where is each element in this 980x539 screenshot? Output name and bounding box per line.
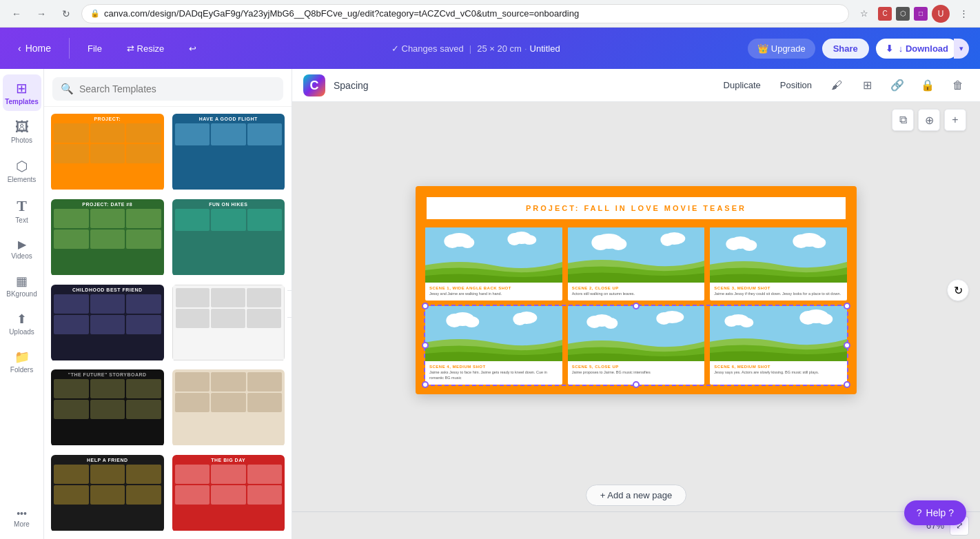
grid-button[interactable]: ⊞ (856, 74, 878, 96)
template-card-3[interactable]: PROJECT: DATE #8 (50, 198, 165, 278)
sidebar-item-videos[interactable]: ▶ Videos (3, 232, 41, 265)
home-button[interactable]: ‹ Home (11, 39, 58, 58)
address-bar[interactable]: 🔒 canva.com/design/DADqEyGaF9g/Ya23yjMbG… (81, 4, 849, 23)
upgrade-button[interactable]: 👑 Upgrade (748, 39, 815, 59)
delete-button[interactable]: 🗑 (947, 74, 969, 96)
position-button[interactable]: Position (775, 77, 817, 94)
undo-button[interactable]: ↩ (182, 39, 203, 58)
scene-info-6: SCENE 6, MEDIUM SHOT Jessy says yes. Act… (710, 361, 847, 379)
share-label: Share (833, 43, 858, 54)
template-card-6[interactable] (171, 283, 287, 363)
help-button[interactable]: ? Help ? (904, 500, 966, 525)
dot-sep: · (524, 43, 527, 54)
scene-image-5 (568, 306, 705, 361)
tmpl-title-4: FUN ON HIKES (175, 202, 283, 207)
svg-point-8 (522, 235, 536, 245)
extension-icon-1: C (878, 7, 892, 21)
forward-button[interactable]: → (32, 4, 51, 23)
copy-button[interactable]: ⊕ (918, 109, 940, 131)
scene-cell-6[interactable]: SCENE 6, MEDIUM SHOT Jessy says yes. Act… (710, 306, 847, 384)
star-button[interactable]: ☆ (855, 4, 874, 23)
back-button[interactable]: ← (7, 4, 26, 23)
paint-icon: 🖌 (831, 79, 842, 92)
scene-cell-2[interactable]: SCENE 2, CLOSE UP Actors still walking o… (568, 227, 705, 301)
sidebar-item-uploads[interactable]: ⬆ Uploads (3, 306, 41, 341)
scene-image-3 (710, 227, 847, 283)
elements-icon: ⬡ (16, 158, 28, 174)
resize-label: ⇄ Resize (127, 43, 164, 54)
scene-cell-3[interactable]: SCENE 3, MEDIUM SHOT Jaime asks Jessy if… (710, 227, 847, 301)
left-sidebar: ⊞ Templates 🖼 Photos ⬡ Elements T Text ▶… (0, 69, 44, 539)
share-button[interactable]: Share (822, 39, 869, 59)
template-card-7[interactable]: "THE FUTURE" STORYBOARD (50, 368, 165, 448)
scene-cell-5[interactable]: SCENE 5, CLOSE UP Jaime proposes to Jaim… (568, 306, 705, 384)
template-card-2[interactable]: HAVE A GOOD FLIGHT (171, 112, 287, 192)
canvas-workspace[interactable]: PROJECT: FALL IN LOVE MOVIE TEASER (292, 102, 980, 478)
template-card-9[interactable]: HELP A FRIEND (50, 454, 165, 533)
home-label: Home (25, 43, 51, 54)
scene-info-4: SCENE 4, MEDIUM SHOT Jaime asks Jessy to… (425, 361, 562, 384)
photos-icon: 🖼 (15, 119, 29, 135)
refresh-button[interactable]: ↻ (57, 4, 76, 23)
tmpl-title-3: PROJECT: DATE #8 (54, 202, 161, 207)
browser-bar: ← → ↻ 🔒 canva.com/design/DADqEyGaF9g/Ya2… (0, 0, 980, 28)
duplicate-icon-button[interactable]: ⧉ (892, 109, 914, 131)
scene-title-2: SCENE 2, CLOSE UP (572, 286, 701, 290)
main-layout: ⊞ Templates 🖼 Photos ⬡ Elements T Text ▶… (0, 69, 980, 539)
download-button[interactable]: ⬇ ↓ Download (876, 39, 958, 59)
template-card-4[interactable]: FUN ON HIKES (171, 198, 287, 278)
folders-label: Folders (10, 366, 33, 374)
resize-button[interactable]: ⇄ Resize (120, 39, 171, 58)
add-page-button[interactable]: + Add a new page (586, 485, 686, 506)
svg-point-7 (507, 233, 521, 245)
link-icon: 🔗 (890, 79, 904, 92)
sidebar-item-photos[interactable]: 🖼 Photos (3, 114, 41, 150)
scene-info-1: SCENE 1, WIDE ANGLE BACK SHOT Jessy and … (425, 283, 562, 301)
lock-button[interactable]: 🔒 (917, 74, 939, 96)
svg-point-20 (793, 234, 810, 248)
add-page-label: + Add a new page (600, 490, 672, 500)
uploads-label: Uploads (9, 328, 34, 336)
scene-cell-1[interactable]: SCENE 1, WIDE ANGLE BACK SHOT Jessy and … (425, 227, 562, 301)
template-card-5[interactable]: CHILDHOOD BEST FRIEND (50, 283, 165, 363)
bottom-bar: 67% ⤢ (292, 511, 980, 539)
trash-icon: 🗑 (952, 79, 963, 92)
svg-point-33 (656, 312, 671, 325)
sidebar-item-folders[interactable]: 📁 Folders (3, 344, 41, 379)
divider-1 (69, 38, 70, 59)
add-button[interactable]: + (944, 109, 966, 131)
sidebar-item-templates[interactable]: ⊞ Templates (3, 74, 41, 111)
file-label: File (88, 43, 102, 54)
file-button[interactable]: File (81, 39, 109, 58)
help-label: Help ? (926, 507, 954, 518)
sidebar-item-text[interactable]: T Text (3, 192, 41, 230)
template-card-8[interactable] (171, 368, 287, 448)
download-group: ⬇ ↓ Download ▾ (876, 39, 969, 59)
menu-button[interactable]: ⋮ (954, 4, 973, 23)
profile-avatar[interactable]: U (932, 5, 950, 23)
sidebar-item-more[interactable]: ••• More (3, 502, 41, 533)
template-card-1[interactable]: PROJECT: (50, 112, 165, 192)
extension-icon-2: ⬡ (896, 7, 910, 21)
storyboard-design: PROJECT: FALL IN LOVE MOVIE TEASER (416, 186, 857, 394)
rotate-handle[interactable]: ↻ (947, 279, 969, 301)
download-chevron-button[interactable]: ▾ (954, 39, 969, 59)
svg-point-5 (460, 237, 474, 248)
svg-text:C: C (310, 79, 319, 92)
search-input[interactable] (79, 83, 275, 94)
svg-point-25 (464, 316, 479, 327)
template-card-10[interactable]: THE BIG DAY (171, 454, 287, 533)
collapse-panel-button[interactable]: ‹ (287, 290, 292, 318)
sidebar-item-background[interactable]: ▦ BKground (3, 268, 41, 303)
url-text: canva.com/design/DADqEyGaF9g/Ya23yjMbG6_… (104, 8, 579, 19)
duplicate-button[interactable]: Duplicate (718, 77, 766, 94)
text-icon: T (17, 197, 27, 215)
link-button[interactable]: 🔗 (886, 74, 908, 96)
canva-logo: C (303, 74, 325, 96)
sidebar-item-elements[interactable]: ⬡ Elements (3, 152, 41, 189)
scene-desc-1: Jessy and Jaime are walking hand in hand… (429, 292, 558, 297)
paint-bucket-button[interactable]: 🖌 (826, 74, 848, 96)
more-icon: ••• (17, 508, 27, 519)
scene-cell-4[interactable]: SCENE 4, MEDIUM SHOT Jaime asks Jessy to… (425, 306, 562, 384)
storyboard-title: PROJECT: FALL IN LOVE MOVIE TEASER (433, 204, 839, 212)
